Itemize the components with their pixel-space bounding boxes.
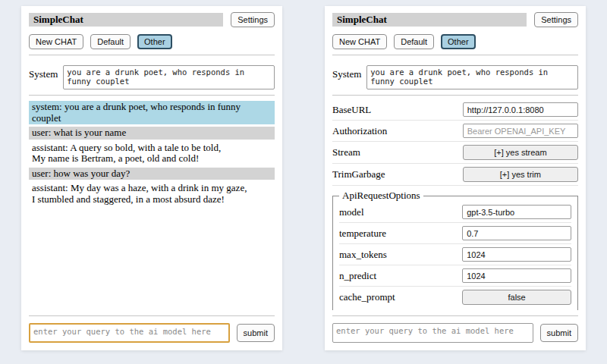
session-tab-other[interactable]: Other [137,34,172,49]
setting-row-max-tokens: max_tokens [339,244,571,265]
model-label: model [339,206,462,218]
settings-button[interactable]: Settings [231,12,275,27]
setting-row-model: model [339,202,571,223]
authorization-input[interactable] [463,124,578,138]
stream-label: Stream [332,146,463,158]
temperature-input[interactable] [462,226,571,240]
setting-row-n-predict: n_predict [339,265,571,287]
header: SimpleChat Settings [332,12,578,27]
submit-button[interactable]: submit [237,324,275,342]
chat-message-assistant: assistant: A query so bold, with a tale … [29,142,275,165]
system-prompt-label: System [332,65,361,80]
query-row: submit [332,323,578,343]
authorization-label: Authorization [332,125,463,137]
system-prompt-input[interactable]: you are a drunk poet, who responds in fu… [366,65,578,89]
divider [332,315,578,316]
n-predict-label: n_predict [339,270,462,282]
setting-row-baseurl: BaseURL [332,99,578,121]
api-request-options-group: ApiRequestOptions model temperature max_… [332,190,578,310]
chat-message-assistant: assistant: My day was a haze, with a dri… [29,182,275,206]
system-prompt-label: System [29,65,58,80]
baseurl-input[interactable] [463,102,578,117]
setting-row-stream: Stream [+] yes stream [332,142,578,164]
cache-prompt-label: cache_prompt [339,291,462,303]
chat-panel: SimpleChat Settings New CHAT Default Oth… [21,6,282,350]
model-input[interactable] [462,205,571,219]
system-prompt-row: System you are a drunk poet, who respond… [29,65,275,89]
chat-message-user: user: how was your day? [29,168,275,180]
setting-row-cache-prompt: cache_prompt false [339,287,571,308]
app-title: SimpleChat [332,13,527,27]
session-toolbar: New CHAT Default Other [332,34,578,49]
session-toolbar: New CHAT Default Other [29,34,275,49]
session-tab-default[interactable]: Default [394,34,434,49]
setting-row-authorization: Authorization [332,121,578,142]
chat-message-system: system: you are a drunk poet, who respon… [29,101,275,124]
system-prompt-row: System you are a drunk poet, who respond… [332,65,578,89]
setting-row-trimgarbage: TrimGarbage [+] yes trim [332,164,578,186]
temperature-label: temperature [339,228,462,240]
settings-panel: SimpleChat Settings New CHAT Default Oth… [325,6,586,350]
session-tab-other[interactable]: Other [441,34,476,49]
chat-message-user: user: what is your name [29,127,275,140]
header: SimpleChat Settings [29,12,275,27]
setting-row-temperature: temperature [339,223,571,244]
query-row: submit [29,323,275,343]
divider [29,315,275,316]
trimgarbage-label: TrimGarbage [332,168,463,180]
settings-button[interactable]: Settings [534,12,578,27]
settings-list: BaseURL Authorization Stream [+] yes str… [332,99,578,310]
query-input[interactable] [332,323,533,343]
new-chat-button[interactable]: New CHAT [29,34,83,49]
new-chat-button[interactable]: New CHAT [332,34,387,49]
session-tab-default[interactable]: Default [90,34,131,49]
api-request-options-legend: ApiRequestOptions [339,190,423,202]
max-tokens-input[interactable] [462,247,571,262]
cache-prompt-toggle-button[interactable]: false [462,290,571,305]
chat-message-list: system: you are a drunk poet, who respon… [29,101,275,310]
query-input[interactable] [29,323,230,343]
system-prompt-input[interactable]: you are a drunk poet, who responds in fu… [63,65,275,89]
submit-button[interactable]: submit [540,324,578,342]
divider [332,55,578,55]
baseurl-label: BaseURL [332,104,463,116]
divider [332,95,578,96]
divider [29,55,275,55]
app-title: SimpleChat [29,13,223,27]
divider [29,95,275,96]
trimgarbage-toggle-button[interactable]: [+] yes trim [463,167,578,182]
n-predict-input[interactable] [462,268,571,283]
stream-toggle-button[interactable]: [+] yes stream [463,145,578,160]
max-tokens-label: max_tokens [339,249,462,261]
